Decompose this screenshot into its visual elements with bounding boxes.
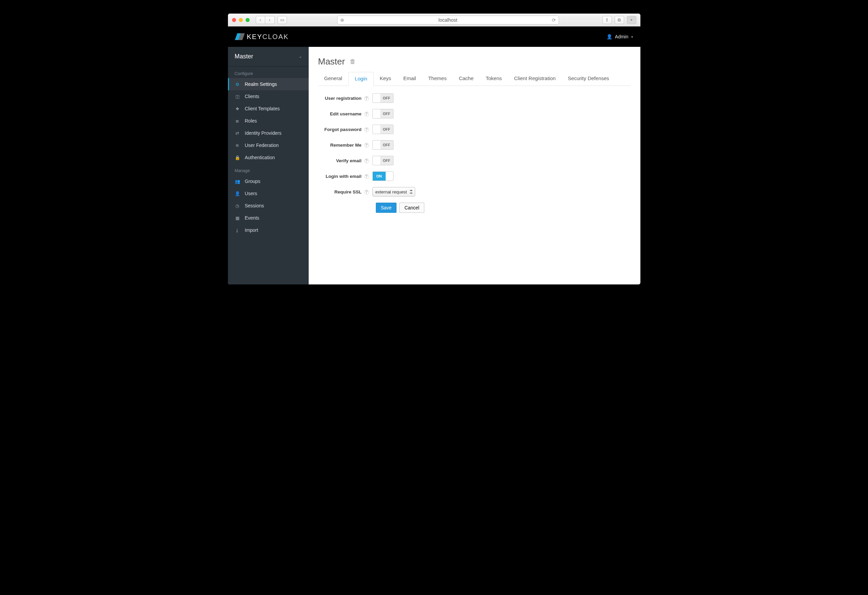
close-window-button[interactable] bbox=[232, 18, 236, 22]
help-icon[interactable]: ? bbox=[364, 190, 369, 194]
tab-themes[interactable]: Themes bbox=[422, 72, 452, 86]
realm-selector[interactable]: Master ⌄ bbox=[228, 47, 309, 67]
sidebar-item-realm-settings[interactable]: ⚙ Realm Settings bbox=[228, 78, 309, 90]
select-value: external request bbox=[375, 189, 407, 194]
row-login-with-email: Login with email ? ON bbox=[318, 172, 631, 181]
sidebar-item-sessions[interactable]: ◷ Sessions bbox=[228, 200, 309, 212]
page-title: Master bbox=[318, 56, 345, 67]
toggle-edit-username[interactable]: OFF bbox=[372, 109, 393, 118]
user-icon: 👤 bbox=[607, 34, 612, 39]
titlebar-right-tools: ⇪ ⧉ + bbox=[602, 16, 636, 24]
toggle-knob bbox=[373, 94, 380, 102]
toggle-forgot-password[interactable]: OFF bbox=[372, 124, 393, 134]
row-require-ssl: Require SSL ? external request ▴▾ bbox=[318, 187, 631, 197]
toggle-knob bbox=[386, 172, 393, 181]
address-bar[interactable]: ⊕ localhost ⟳ bbox=[337, 16, 559, 24]
sidebar-item-label: Events bbox=[245, 215, 260, 221]
user-menu[interactable]: 👤 Admin ▾ bbox=[607, 34, 633, 39]
sidebar-item-events[interactable]: ▦ Events bbox=[228, 212, 309, 224]
user-icon: 👤 bbox=[235, 191, 240, 196]
sidebar-item-label: Authentication bbox=[245, 155, 275, 160]
delete-realm-button[interactable]: 🗑 bbox=[350, 58, 356, 65]
sidebar-item-authentication[interactable]: 🔒 Authentication bbox=[228, 151, 309, 164]
tab-general[interactable]: General bbox=[318, 72, 348, 86]
browser-titlebar: ‹ › ▭ ⊕ localhost ⟳ ⇪ ⧉ + bbox=[228, 13, 641, 27]
new-tab-button[interactable]: + bbox=[627, 16, 636, 24]
sidebar-item-identity-providers[interactable]: ⇄ Identity Providers bbox=[228, 127, 309, 139]
tab-tokens[interactable]: Tokens bbox=[480, 72, 508, 86]
sidebar-item-client-templates[interactable]: ❖ Client Templates bbox=[228, 102, 309, 115]
back-button[interactable]: ‹ bbox=[256, 16, 265, 24]
toggle-user-registration[interactable]: OFF bbox=[372, 93, 393, 103]
sidebar-section-configure: Configure bbox=[228, 67, 309, 78]
template-icon: ❖ bbox=[235, 106, 240, 111]
toggle-knob bbox=[373, 125, 380, 134]
toggle-login-with-email[interactable]: ON bbox=[372, 172, 393, 181]
minimize-window-button[interactable] bbox=[239, 18, 243, 22]
toggle-state: ON bbox=[373, 172, 386, 181]
label-forgot-password: Forgot password ? bbox=[318, 127, 372, 132]
save-button[interactable]: Save bbox=[376, 203, 397, 213]
toggle-knob bbox=[373, 109, 380, 118]
tab-email[interactable]: Email bbox=[397, 72, 422, 86]
groups-icon: 👥 bbox=[235, 179, 240, 184]
help-icon[interactable]: ? bbox=[364, 174, 369, 179]
toggle-state: OFF bbox=[380, 156, 393, 165]
tab-security-defenses[interactable]: Security Defenses bbox=[562, 72, 615, 86]
toggle-state: OFF bbox=[380, 141, 393, 149]
row-verify-email: Verify email ? OFF bbox=[318, 156, 631, 165]
address-host: localhost bbox=[338, 17, 559, 23]
label-text: Edit username bbox=[330, 111, 362, 116]
toggle-knob bbox=[373, 156, 380, 165]
login-settings-form: User registration ? OFF Edit username ? bbox=[318, 93, 631, 213]
label-text: Login with email bbox=[326, 174, 362, 179]
toggle-state: OFF bbox=[380, 125, 393, 134]
toggle-state: OFF bbox=[380, 109, 393, 118]
label-verify-email: Verify email ? bbox=[318, 158, 372, 163]
browser-window: ‹ › ▭ ⊕ localhost ⟳ ⇪ ⧉ + KEYCLOAK 👤 Adm… bbox=[228, 13, 641, 284]
row-remember-me: Remember Me ? OFF bbox=[318, 140, 631, 149]
realm-selector-label: Master bbox=[235, 53, 253, 60]
brand-text-rest: CLOAK bbox=[263, 33, 289, 40]
help-icon[interactable]: ? bbox=[364, 143, 369, 148]
help-icon[interactable]: ? bbox=[364, 158, 369, 163]
help-icon[interactable]: ? bbox=[364, 96, 369, 101]
sidebar-item-clients[interactable]: ◫ Clients bbox=[228, 90, 309, 102]
toggle-verify-email[interactable]: OFF bbox=[372, 156, 393, 165]
tab-login[interactable]: Login bbox=[348, 72, 374, 86]
sidebar-item-users[interactable]: 👤 Users bbox=[228, 187, 309, 200]
cancel-button[interactable]: Cancel bbox=[399, 203, 424, 213]
select-require-ssl[interactable]: external request ▴▾ bbox=[372, 187, 415, 197]
zoom-window-button[interactable] bbox=[246, 18, 249, 22]
main-content: Master 🗑 General Login Keys Email Themes… bbox=[309, 47, 641, 284]
sidebar-item-label: Realm Settings bbox=[245, 81, 277, 87]
help-icon[interactable]: ? bbox=[364, 112, 369, 116]
tabs-button[interactable]: ⧉ bbox=[615, 16, 624, 24]
tab-client-registration[interactable]: Client Registration bbox=[508, 72, 562, 86]
sidebar-item-import[interactable]: ⭳ Import bbox=[228, 224, 309, 236]
help-icon[interactable]: ? bbox=[364, 127, 369, 132]
window-controls bbox=[232, 18, 249, 22]
forward-button[interactable]: › bbox=[265, 16, 275, 24]
share-button[interactable]: ⇪ bbox=[602, 16, 612, 24]
sidebar-item-label: Users bbox=[245, 191, 257, 196]
cube-icon: ◫ bbox=[235, 94, 240, 99]
sidebar-item-roles[interactable]: ≣ Roles bbox=[228, 115, 309, 127]
brand-text: KEYCLOAK bbox=[247, 33, 289, 41]
sidebar-item-label: Groups bbox=[245, 179, 260, 184]
calendar-icon: ▦ bbox=[235, 216, 240, 221]
tab-cache[interactable]: Cache bbox=[453, 72, 480, 86]
sidebar-item-groups[interactable]: 👥 Groups bbox=[228, 175, 309, 187]
sidebar-item-label: User Federation bbox=[245, 142, 279, 148]
sidebar-toggle-button[interactable]: ▭ bbox=[278, 16, 287, 24]
toggle-knob bbox=[373, 141, 380, 149]
toggle-remember-me[interactable]: OFF bbox=[372, 140, 393, 149]
sidebar-item-label: Identity Providers bbox=[245, 130, 282, 136]
brand-logo[interactable]: KEYCLOAK bbox=[235, 32, 289, 41]
sidebar-item-label: Import bbox=[245, 227, 258, 233]
form-actions: Save Cancel bbox=[372, 203, 631, 213]
sidebar-item-user-federation[interactable]: ≋ User Federation bbox=[228, 139, 309, 151]
exchange-icon: ⇄ bbox=[235, 131, 240, 136]
tab-keys[interactable]: Keys bbox=[374, 72, 397, 86]
label-edit-username: Edit username ? bbox=[318, 111, 372, 116]
